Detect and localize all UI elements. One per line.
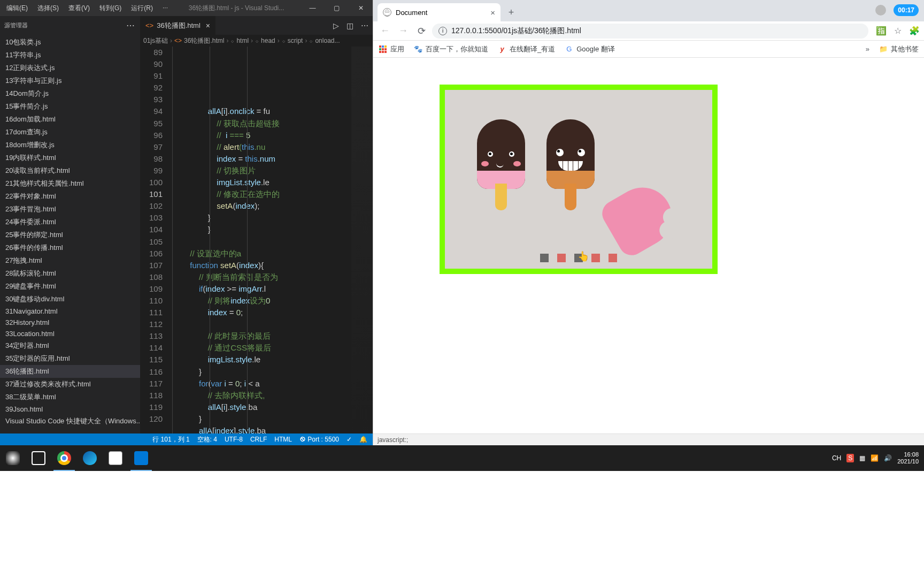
file-item[interactable]: 34定时器.html [0, 339, 140, 352]
crumb-folder[interactable]: 01js基础 [143, 36, 168, 45]
taskbar-vscode[interactable] [128, 445, 154, 471]
file-item[interactable]: 30键盘移动div.html [0, 293, 140, 306]
crumb-file[interactable]: 36轮播图.html [184, 36, 224, 45]
file-item[interactable]: 29键盘事件.html [0, 280, 140, 293]
tray-volume-icon[interactable]: 🔊 [884, 454, 892, 462]
file-item[interactable]: 21其他样式相关属性.html [0, 177, 140, 190]
other-bookmarks-folder[interactable]: 📁 其他书签 [879, 44, 919, 54]
status-spaces[interactable]: 空格: 4 [197, 435, 217, 444]
menu-goto[interactable]: 转到(G) [95, 2, 126, 15]
ime-indicator[interactable]: CH [832, 454, 841, 462]
tab-close-icon[interactable]: × [206, 21, 210, 30]
extensions-icon[interactable]: 🧩 [909, 26, 920, 36]
menu-view[interactable]: 查看(V) [64, 2, 94, 15]
file-item[interactable]: 23事件冒泡.html [0, 203, 140, 216]
translate-icon[interactable]: 🈯 [876, 26, 887, 36]
file-item[interactable]: 20读取当前样式.html [0, 164, 140, 177]
taskbar-edge[interactable] [77, 445, 103, 471]
start-button[interactable] [0, 445, 26, 471]
file-item[interactable]: 32History.html [0, 317, 140, 328]
file-item[interactable]: 37通过修改类来改样式.html [0, 378, 140, 391]
bookmark-google-translate[interactable]: G Google 翻译 [565, 44, 615, 54]
file-item[interactable]: 16dom加载.html [0, 113, 140, 126]
file-item[interactable]: 26事件的传播.html [0, 241, 140, 254]
file-item[interactable]: 31Navigator.html [0, 306, 140, 317]
taskbar-notepad[interactable] [103, 445, 128, 471]
status-language[interactable]: HTML [274, 436, 292, 443]
crumb-onload[interactable]: onload... [315, 37, 340, 44]
menu-run[interactable]: 运行(R) [127, 2, 157, 15]
carousel-dot[interactable] [609, 254, 617, 262]
file-item[interactable]: 22事件对象.html [0, 190, 140, 203]
split-editor-icon[interactable]: ◫ [346, 21, 353, 30]
file-item[interactable]: 35定时器的应用.html [0, 352, 140, 365]
file-item[interactable]: 28鼠标滚轮.html [0, 267, 140, 280]
menu-select[interactable]: 选择(S) [33, 2, 63, 15]
bookmark-youdao[interactable]: y 在线翻译_有道 [498, 44, 555, 54]
bookmark-star-icon[interactable]: ☆ [894, 26, 902, 36]
recording-timer-badge[interactable]: 00:17 [894, 4, 919, 16]
menu-edit[interactable]: 编辑(E) [2, 2, 32, 15]
carousel-dot[interactable] [574, 254, 583, 262]
file-item[interactable]: 13字符串与正则.js [0, 74, 140, 87]
tab-close-icon[interactable]: × [490, 8, 495, 17]
reload-button[interactable]: ⟳ [414, 24, 429, 39]
bookmark-apps[interactable]: 应用 [379, 44, 404, 54]
tray-network-icon[interactable]: 📶 [871, 454, 879, 462]
site-info-icon[interactable]: i [438, 27, 447, 35]
minimize-button[interactable]: — [301, 0, 325, 16]
new-tab-button[interactable]: + [504, 5, 519, 20]
file-item[interactable]: 27拖拽.html [0, 254, 140, 267]
browser-tab[interactable]: Document × [378, 3, 500, 21]
maximize-button[interactable]: ▢ [325, 0, 349, 16]
carousel-dot[interactable] [540, 254, 549, 262]
file-item[interactable]: 33Location.html [0, 328, 140, 339]
status-bell-icon[interactable]: 🔔 [359, 436, 367, 443]
bookmark-baidu[interactable]: 🐾 百度一下，你就知道 [414, 44, 488, 54]
back-button[interactable]: ← [378, 24, 392, 39]
file-item[interactable]: 14Dom简介.js [0, 87, 140, 100]
file-item[interactable]: 12正则表达式.js [0, 62, 140, 74]
url-field[interactable]: i 127.0.0.1:5500/01js基础/36轮播图.html [432, 24, 868, 39]
tray-icon[interactable]: ▦ [859, 454, 865, 462]
file-item[interactable]: 39Json.html [0, 404, 140, 415]
status-feedback-icon[interactable]: ✓ [346, 436, 352, 443]
status-encoding[interactable]: UTF-8 [225, 436, 243, 443]
taskbar-chrome[interactable] [51, 445, 77, 471]
file-item[interactable]: 11字符串.js [0, 49, 140, 62]
close-button[interactable]: ✕ [349, 0, 373, 16]
status-port[interactable]: 🛇 Port : 5500 [299, 436, 339, 443]
breadcrumb[interactable]: 01js基础› <> 36轮播图.html› ⬦ html› ⬦ head› ⬦… [140, 35, 373, 47]
carousel-dot[interactable] [591, 254, 600, 262]
forward-button[interactable]: → [396, 24, 411, 39]
file-item[interactable]: Visual Studio Code 快捷键大全（Windows... [0, 415, 140, 428]
more-actions-icon[interactable]: ⋯ [361, 21, 368, 30]
file-item[interactable]: 17dom查询.js [0, 126, 140, 139]
code-area[interactable]: 8990919293949596979899100101102103104105… [140, 47, 373, 434]
tray-clock[interactable]: 16:08 2021/10 [897, 451, 919, 465]
explorer-more-icon[interactable]: ⋯ [126, 20, 135, 31]
code-lines[interactable]: allA[i].onclick = fu // 获取点击超链接 // i ===… [172, 47, 373, 434]
file-item[interactable]: 19内联样式.html [0, 151, 140, 164]
run-icon[interactable]: ▷ [333, 21, 339, 30]
file-item[interactable]: 25事件的绑定.html [0, 229, 140, 241]
bookmarks-overflow-icon[interactable]: » [866, 45, 869, 53]
carousel-dot[interactable] [557, 254, 566, 262]
tray-sogou-icon[interactable]: S [846, 454, 854, 462]
file-item[interactable]: 38二级菜单.html [0, 391, 140, 404]
status-eol[interactable]: CRLF [250, 436, 267, 443]
file-item[interactable]: 10包装类.js [0, 36, 140, 49]
crumb-script[interactable]: script [288, 37, 303, 44]
crumb-head[interactable]: head [261, 37, 275, 44]
file-explorer[interactable]: 10包装类.js11字符串.js12正则表达式.js13字符串与正则.js14D… [0, 35, 140, 434]
file-item[interactable]: 24事件委派.html [0, 216, 140, 229]
minimap[interactable] [351, 47, 373, 434]
menu-more[interactable]: ··· [158, 2, 172, 15]
profile-icon[interactable] [875, 5, 886, 16]
task-view-button[interactable] [26, 445, 51, 471]
editor-tab[interactable]: <> 36轮播图.html × [140, 16, 215, 35]
crumb-html[interactable]: html [236, 37, 249, 44]
file-item[interactable]: 18dom增删改.js [0, 139, 140, 151]
file-item[interactable]: 15事件简介.js [0, 100, 140, 113]
file-item[interactable]: 36轮播图.html [0, 365, 140, 378]
